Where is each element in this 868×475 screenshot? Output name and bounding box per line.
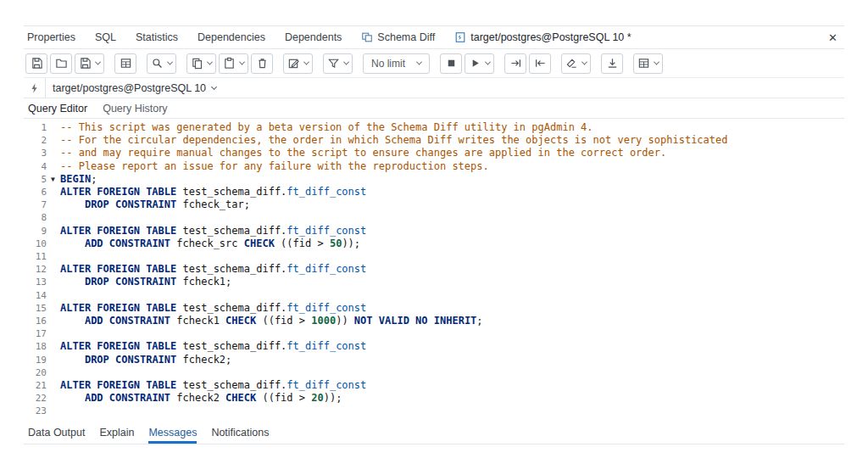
code-text: ALTER FOREIGN TABLE test_schema_diff.ft_… [60, 186, 844, 198]
edit-button[interactable] [283, 53, 313, 74]
code-line[interactable]: 16 ADD CONSTRAINT fcheck1 CHECK ((fid > … [24, 315, 844, 327]
line-number: 19 [24, 354, 51, 366]
rollback-button[interactable] [529, 53, 551, 74]
copy-button[interactable] [186, 53, 216, 74]
tab-notifications[interactable]: Notifications [211, 422, 269, 444]
tab-query-editor[interactable]: Query Editor [28, 103, 87, 115]
chevron-down-icon [485, 59, 491, 65]
delete-button[interactable] [251, 53, 273, 74]
code-line[interactable]: 6ALTER FOREIGN TABLE test_schema_diff.ft… [24, 186, 844, 198]
cancel-query-button[interactable] [440, 53, 462, 74]
code-line[interactable]: 3-- and may require manual changes to th… [24, 147, 844, 159]
code-line[interactable]: 1-- This script was generated by a beta … [24, 121, 844, 134]
macro-button[interactable] [633, 53, 663, 74]
line-number: 5 [24, 173, 51, 186]
row-limit-select[interactable]: No limit [363, 53, 430, 74]
fold-gutter [51, 186, 60, 198]
tab-statistics[interactable]: Statistics [136, 31, 178, 43]
tab-query-history[interactable]: Query History [103, 103, 167, 115]
play-icon [469, 57, 481, 70]
chevron-down-icon [654, 59, 659, 65]
code-line[interactable]: 8 [24, 211, 844, 224]
fold-marker-icon[interactable]: ▼ [51, 173, 60, 186]
eraser-icon [565, 57, 578, 70]
line-number: 15 [24, 302, 51, 315]
close-button[interactable]: ✕ [825, 31, 841, 45]
filter-button[interactable] [323, 53, 353, 74]
code-line[interactable]: 2-- For the circular dependencies, the o… [24, 134, 844, 147]
open-file-button[interactable] [50, 53, 72, 74]
querytool-icon [454, 31, 466, 43]
line-number: 21 [24, 379, 51, 392]
chevron-down-icon [581, 59, 587, 65]
editor-tab-bar: Query Editor Query History [24, 98, 844, 119]
tab-dependents[interactable]: Dependents [285, 31, 342, 43]
line-number: 23 [24, 405, 51, 417]
code-area[interactable]: 1-- This script was generated by a beta … [24, 119, 844, 422]
fold-gutter [51, 327, 60, 340]
tab-data-output[interactable]: Data Output [28, 422, 85, 444]
chevron-down-icon [95, 59, 101, 65]
code-line[interactable]: 10 ADD CONSTRAINT fcheck_src CHECK ((fid… [24, 238, 844, 250]
code-text: DROP CONSTRAINT fcheck2; [60, 354, 844, 366]
code-text: BEGIN; [60, 173, 844, 186]
tab-schema-diff[interactable]: Schema Diff [361, 31, 435, 43]
doc-tab-bar-tabs: PropertiesSQLStatisticsDependenciesDepen… [27, 26, 651, 48]
bottom-tab-bar: Data OutputExplainMessagesNotifications [24, 422, 844, 444]
save-data-changes-button[interactable] [25, 53, 47, 74]
rollback-icon [534, 57, 547, 70]
fold-gutter [51, 302, 60, 315]
code-line[interactable]: 20 [24, 366, 844, 379]
code-line[interactable]: 9ALTER FOREIGN TABLE test_schema_diff.ft… [24, 225, 844, 238]
paste-button[interactable] [219, 53, 248, 74]
download-csv-button[interactable] [601, 53, 623, 74]
connection-label[interactable]: target/postgres@PostgreSQL 10 [53, 82, 206, 94]
fold-gutter [51, 289, 60, 302]
code-line[interactable]: 15ALTER FOREIGN TABLE test_schema_diff.f… [24, 302, 844, 315]
code-text: -- This script was generated by a beta v… [60, 121, 844, 134]
code-line[interactable]: 5▼BEGIN; [24, 173, 844, 186]
commit-button[interactable] [504, 53, 526, 74]
save-file-button[interactable] [75, 53, 104, 74]
line-number: 18 [24, 340, 51, 353]
code-line[interactable]: 14 [24, 289, 844, 302]
code-text: -- and may require manual changes to the… [60, 147, 844, 159]
tab-properties[interactable]: Properties [27, 31, 75, 43]
tab-label: Dependents [285, 31, 342, 43]
fold-gutter [51, 340, 60, 353]
tab-target-postgres-postgresql-10[interactable]: target/postgres@PostgreSQL 10 * [454, 31, 631, 43]
code-line[interactable]: 23 [24, 405, 844, 417]
code-text: ADD CONSTRAINT fcheck1 CHECK ((fid > 100… [60, 315, 844, 327]
code-line[interactable]: 13 DROP CONSTRAINT fcheck1; [24, 276, 844, 288]
code-line[interactable]: 21ALTER FOREIGN TABLE test_schema_diff.f… [24, 379, 844, 392]
tab-explain[interactable]: Explain [99, 422, 134, 444]
code-text [60, 289, 844, 302]
code-line[interactable]: 11 [24, 250, 844, 263]
code-line[interactable]: 19 DROP CONSTRAINT fcheck2; [24, 354, 844, 366]
pencil-icon [287, 57, 300, 70]
stop-icon [445, 57, 458, 70]
code-line[interactable]: 12ALTER FOREIGN TABLE test_schema_diff.f… [24, 263, 844, 276]
code-line[interactable]: 7 DROP CONSTRAINT fcheck_tar; [24, 198, 844, 211]
tab-label: Properties [27, 31, 75, 43]
tab-dependencies[interactable]: Dependencies [198, 31, 265, 43]
view-data-button[interactable] [114, 53, 136, 74]
line-number: 6 [24, 186, 51, 198]
code-line[interactable]: 22 ADD CONSTRAINT fcheck2 CHECK ((fid > … [24, 392, 844, 405]
code-line[interactable]: 18ALTER FOREIGN TABLE test_schema_diff.f… [24, 340, 844, 353]
folder-icon [55, 57, 68, 70]
chevron-down-icon[interactable] [211, 84, 217, 90]
find-button[interactable] [147, 53, 176, 74]
code-line[interactable]: 4-- Please report an issue for any failu… [24, 160, 844, 173]
line-number: 2 [24, 134, 51, 147]
code-text: ALTER FOREIGN TABLE test_schema_diff.ft_… [60, 263, 844, 276]
line-number: 16 [24, 315, 51, 327]
clear-button[interactable] [561, 53, 591, 74]
tab-messages[interactable]: Messages [148, 422, 197, 444]
tab-label: SQL [95, 31, 116, 43]
funnel-icon [327, 57, 340, 70]
line-number: 7 [24, 198, 51, 211]
code-line[interactable]: 17 [24, 327, 844, 340]
tab-sql[interactable]: SQL [95, 31, 116, 43]
execute-button[interactable] [465, 53, 494, 74]
